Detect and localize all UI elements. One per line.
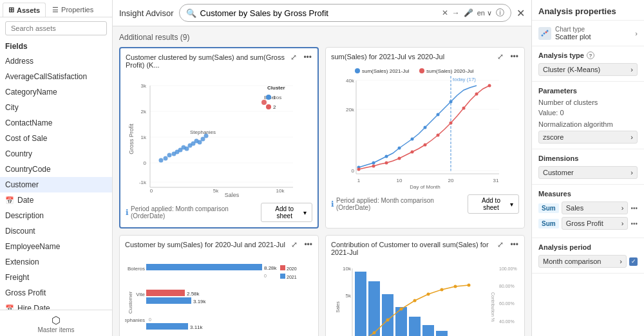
clear-search-btn[interactable]: ✕ [442, 8, 448, 17]
sidebar-item-extension[interactable]: Extension [0, 254, 112, 270]
svg-point-64 [437, 113, 440, 117]
tab-assets[interactable]: ⊞ Assets [3, 3, 46, 17]
arrow-right-icon[interactable]: → [452, 8, 460, 17]
chart1-add-to-sheet-btn[interactable]: Add to sheet ▾ [261, 203, 312, 222]
svg-point-74 [462, 107, 466, 110]
period-arrow: › [620, 257, 622, 265]
sidebar-item-freight[interactable]: Freight [0, 270, 112, 285]
chart2-add-dropdown-icon: ▾ [510, 201, 513, 208]
lang-selector[interactable]: en ∨ [477, 9, 492, 17]
sidebar-item-country[interactable]: Country [0, 146, 112, 162]
svg-text:3.19k: 3.19k [193, 299, 207, 304]
pareto-chart-svg: 10k 5k 0 Sales 100.00% 80.00% 60.00% 40.… [331, 259, 519, 336]
dimension-chip[interactable]: Customer › [538, 166, 638, 179]
chart1-actions: ⤢ ••• [289, 52, 314, 62]
svg-text:2021: 2021 [287, 275, 297, 279]
chart3-more-btn[interactable]: ••• [302, 239, 314, 250]
sidebar-item-date[interactable]: 📅 Date [0, 192, 112, 208]
normalization-chip[interactable]: zscore › [538, 131, 638, 144]
scatter-chart-icon [538, 27, 551, 40]
measure2-more-btn[interactable]: ••• [630, 220, 638, 227]
grossprofit-label: Gross Profit [5, 288, 46, 297]
sidebar-item-countrycode[interactable]: CountryCode [0, 162, 112, 177]
analysis-type-chip[interactable]: Cluster (K-Means) › [538, 63, 638, 76]
chart-type-arrow[interactable]: › [635, 30, 638, 37]
chart2-body: sum(Sales) 2021-Jul sum(Sales) 2020-Jul … [331, 63, 519, 192]
svg-text:0: 0 [149, 317, 151, 322]
svg-point-132 [544, 32, 545, 34]
chart3-title: Customer by sum(Sales) for 2020-Jul and … [125, 241, 313, 248]
chart2-more-btn[interactable]: ••• [508, 51, 520, 62]
date-label: Date [17, 196, 33, 205]
search-assets-input[interactable] [5, 21, 107, 35]
chart4-more-btn[interactable]: ••• [508, 239, 520, 250]
panel-analysis-type-section: Analysis type ? Cluster (K-Means) › [532, 46, 644, 82]
svg-text:Sales: Sales [336, 301, 340, 313]
measure1-arrow: › [621, 204, 624, 212]
charts-grid: Customer clustered by sum(Sales) and sum… [119, 47, 525, 336]
master-items-section[interactable]: ⬡ Master items [0, 310, 112, 336]
chart-card-2: sum(Sales) for 2021-Jul vs 2020-Jul ⤢ ••… [325, 47, 525, 229]
svg-point-72 [437, 134, 440, 137]
search-box: 🔍 ✕ → 🎤 en ∨ ⓘ [179, 4, 511, 22]
period-checkbox[interactable] [629, 257, 638, 266]
svg-text:10k: 10k [343, 266, 352, 272]
svg-point-131 [542, 34, 544, 36]
svg-point-76 [488, 84, 491, 88]
num-clusters-label: Number of clusters [538, 98, 638, 106]
analysis-type-info-icon[interactable]: ? [587, 51, 594, 59]
period-chip[interactable]: Month comparison › [538, 255, 627, 268]
address-label: Address [5, 57, 33, 66]
chart1-more-btn[interactable]: ••• [301, 52, 314, 62]
sidebar-item-customer[interactable]: Customer [0, 177, 112, 192]
scatter-chart-svg: Gross Profit Sales 3k 2k 1k 0 -1k 0 5k [126, 71, 312, 200]
svg-point-63 [424, 126, 427, 129]
svg-rect-112 [382, 294, 393, 336]
svg-text:-1k: -1k [139, 180, 147, 185]
svg-text:Sales: Sales [225, 192, 240, 198]
chart2-period-info: ℹ Period applied: Month comparison (Orde… [331, 197, 468, 211]
svg-text:2.58k: 2.58k [187, 291, 200, 297]
svg-text:Stephanies: Stephanies [125, 317, 145, 323]
sidebar-item-discount[interactable]: Discount [0, 223, 112, 239]
customer-label: Customer [5, 180, 39, 189]
measure2-chip[interactable]: Gross Profit › [562, 217, 629, 230]
sidebar-item-costofsale[interactable]: Cost of Sale [0, 131, 112, 146]
sidebar-item-address[interactable]: Address [0, 53, 112, 69]
sidebar-item-city[interactable]: City [0, 100, 112, 115]
info-icon[interactable]: ⓘ [496, 7, 504, 19]
measure1-chip[interactable]: Sales › [562, 201, 629, 214]
sidebar-search-container [0, 17, 112, 39]
svg-rect-116 [436, 331, 448, 336]
chart1-period-text: Period applied: Month comparison (OrderD… [131, 205, 261, 219]
avgcall-label: AverageCallSatisfaction [5, 72, 87, 81]
svg-point-121 [386, 319, 390, 322]
sidebar-item-avgcall[interactable]: AverageCallSatisfaction [0, 69, 112, 84]
tab-properties[interactable]: ☰ Properties [47, 3, 99, 17]
svg-text:Day of Month: Day of Month [410, 184, 440, 190]
chart2-expand-btn[interactable]: ⤢ [495, 51, 506, 62]
mic-icon[interactable]: 🎤 [464, 8, 473, 17]
chart3-expand-btn[interactable]: ⤢ [289, 239, 299, 250]
svg-point-59 [372, 162, 375, 165]
svg-rect-84 [146, 290, 185, 296]
sidebar-item-grossprofit[interactable]: Gross Profit [0, 285, 112, 301]
svg-rect-95 [146, 323, 188, 330]
chart2-add-to-sheet-btn[interactable]: Add to sheet ▾ [468, 194, 519, 214]
sidebar-tabs: ⊞ Assets ☰ Properties [0, 0, 112, 17]
sidebar-item-description[interactable]: Description [0, 208, 112, 223]
svg-point-122 [400, 308, 403, 311]
sidebar-item-employeename[interactable]: EmployeeName [0, 239, 112, 254]
svg-point-39 [355, 68, 360, 73]
chart1-expand-btn[interactable]: ⤢ [289, 52, 299, 62]
measure1-more-btn[interactable]: ••• [630, 205, 638, 212]
chart4-expand-btn[interactable]: ⤢ [495, 239, 506, 250]
close-button[interactable]: ✕ [516, 7, 525, 19]
svg-text:0: 0 [264, 274, 267, 278]
search-input[interactable] [200, 8, 438, 18]
sidebar-item-hiredate[interactable]: 📅 Hire Date [0, 301, 112, 310]
sidebar-item-categoryname[interactable]: CategoryName [0, 84, 112, 100]
sidebar-item-contactname[interactable]: ContactName [0, 115, 112, 131]
svg-point-18 [164, 156, 168, 161]
panel-analysis-period-section: Analysis period Month comparison › [532, 238, 644, 274]
